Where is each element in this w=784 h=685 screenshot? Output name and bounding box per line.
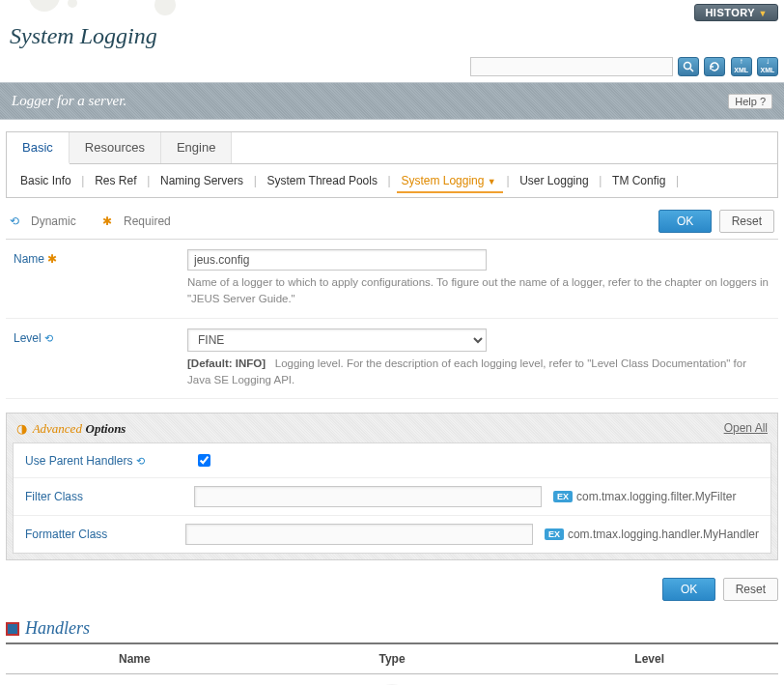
handlers-heading: Handlers <box>6 618 778 639</box>
history-label: HISTORY <box>705 7 755 18</box>
required-legend: ✱Required <box>102 214 182 228</box>
required-label: Required <box>124 214 171 228</box>
label-level: Level ⟲ <box>14 328 187 345</box>
refresh-icon[interactable] <box>704 57 725 76</box>
xml-export-icon[interactable]: ↑XML <box>731 57 752 76</box>
svg-point-0 <box>684 63 690 70</box>
col-name: Name <box>6 644 264 673</box>
row-formatter-class: Formatter Class EX com.tmax.logging.hand… <box>14 516 770 553</box>
subtab-basic-info[interactable]: Basic Info <box>16 174 75 187</box>
name-input[interactable] <box>187 249 487 271</box>
formatter-class-input[interactable] <box>185 524 533 545</box>
level-help: [Default: INFO] Logging level. For the d… <box>187 356 770 389</box>
options-word: Options <box>86 421 126 436</box>
subtab-tm-config[interactable]: TM Config <box>608 174 669 187</box>
dropdown-icon: ▼ <box>488 177 496 186</box>
xml-import-icon[interactable]: ↓XML <box>757 57 778 76</box>
subtab-user-logging[interactable]: User Logging <box>516 174 592 187</box>
name-help: Name of a logger to which to apply confi… <box>187 274 770 308</box>
tab-basic[interactable]: Basic <box>7 132 70 164</box>
filter-class-input[interactable] <box>194 486 542 507</box>
chevron-down-icon: ▼ <box>759 9 768 18</box>
reset-button-top[interactable]: Reset <box>719 210 774 233</box>
label-name-text: Name <box>14 252 44 266</box>
use-parent-checkbox[interactable] <box>198 454 210 467</box>
page-title: System Logging <box>10 23 784 49</box>
level-default: [Default: INFO] <box>187 357 266 369</box>
subheader: Logger for a server. Help ? <box>0 82 784 120</box>
form-area: Name ✱ Name of a logger to which to appl… <box>6 240 778 399</box>
dynamic-icon: ⟲ <box>10 214 19 228</box>
label-name: Name ✱ <box>14 249 187 266</box>
label-use-parent-text: Use Parent Handlers <box>25 454 132 468</box>
main-tabs: Basic Resources Engine <box>7 132 777 164</box>
label-use-parent: Use Parent Handlers ⟲ <box>25 454 194 468</box>
search-icon[interactable] <box>678 57 699 76</box>
col-level: Level <box>520 644 778 673</box>
subheader-title: Logger for a server. <box>12 93 126 109</box>
example-badge: EX <box>553 491 573 502</box>
warning-icon: ◑ <box>16 421 27 436</box>
filter-class-example: com.tmax.logging.filter.MyFilter <box>576 490 736 503</box>
dynamic-icon: ⟲ <box>44 332 53 344</box>
level-help-text: Logging level. For the description of ea… <box>187 357 746 385</box>
label-formatter-class: Formatter Class <box>25 528 185 541</box>
example-badge: EX <box>545 528 564 540</box>
subtab-res-ref[interactable]: Res Ref <box>91 174 140 187</box>
open-all-link[interactable]: Open All <box>724 421 768 437</box>
label-filter-class: Filter Class <box>25 490 194 503</box>
advanced-title: ◑ Advanced Options <box>16 421 126 437</box>
section-icon <box>6 622 19 636</box>
label-level-text: Level <box>14 331 42 345</box>
row-use-parent: Use Parent Handlers ⟲ <box>14 443 770 478</box>
handlers-title-text: Handlers <box>25 618 90 639</box>
handlers-empty: There are no results. <box>6 674 778 685</box>
ok-button-bottom[interactable]: OK <box>662 578 715 601</box>
subtab-naming-servers[interactable]: Naming Servers <box>156 174 247 187</box>
subtab-system-thread-pools[interactable]: System Thread Pools <box>263 174 381 187</box>
dynamic-label: Dynamic <box>31 214 76 228</box>
reset-button-bottom[interactable]: Reset <box>723 578 778 601</box>
dynamic-legend: ⟲Dynamic <box>10 214 88 228</box>
required-icon: ✱ <box>47 252 57 266</box>
subtab-system-logging-label: System Logging <box>401 174 484 187</box>
button-row-bottom: OK Reset <box>6 578 778 601</box>
tab-resources[interactable]: Resources <box>70 132 161 163</box>
handlers-table-header: Name Type Level <box>6 642 778 674</box>
advanced-word: Advanced <box>33 421 82 436</box>
advanced-box: ◑ Advanced Options Open All Use Parent H… <box>6 413 778 560</box>
tab-engine[interactable]: Engine <box>161 132 232 163</box>
toolbar: ↑XML ↓XML <box>0 57 784 82</box>
ok-button-top[interactable]: OK <box>658 210 712 233</box>
row-level: Level ⟲ FINE [Default: INFO] Logging lev… <box>6 319 778 400</box>
history-button[interactable]: HISTORY ▼ <box>694 4 778 21</box>
subtab-system-logging[interactable]: System Logging ▼ <box>397 174 503 193</box>
tab-container: Basic Resources Engine Basic Info | Res … <box>6 131 778 198</box>
svg-line-1 <box>690 69 693 71</box>
sub-tabs: Basic Info | Res Ref | Naming Servers | … <box>7 164 777 197</box>
legend-row: ⟲Dynamic ✱Required OK Reset <box>6 204 778 240</box>
row-filter-class: Filter Class EX com.tmax.logging.filter.… <box>14 478 770 516</box>
formatter-class-example: com.tmax.logging.handler.MyHandler <box>568 528 759 541</box>
search-input[interactable] <box>470 57 673 76</box>
required-icon: ✱ <box>102 214 112 228</box>
level-select[interactable]: FINE <box>187 328 487 352</box>
dynamic-icon: ⟲ <box>136 455 145 467</box>
row-name: Name ✱ Name of a logger to which to appl… <box>6 240 778 319</box>
help-button[interactable]: Help ? <box>728 94 772 109</box>
col-type: Type <box>264 644 521 673</box>
